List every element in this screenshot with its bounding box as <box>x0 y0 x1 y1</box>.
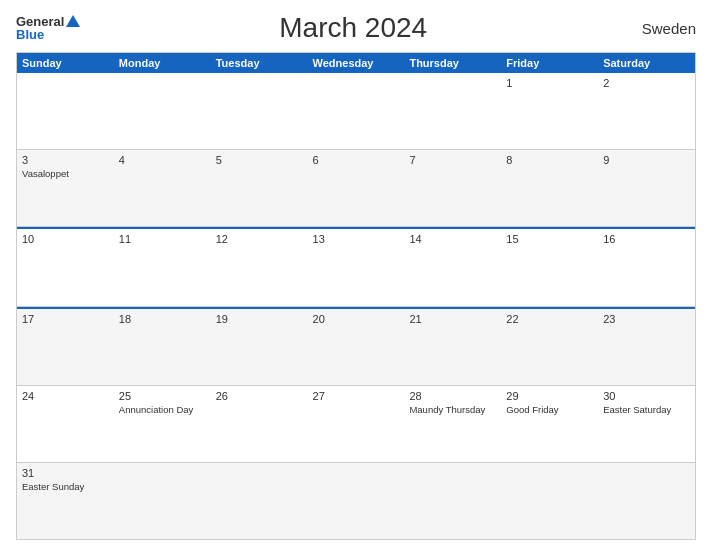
day-number: 16 <box>603 233 690 245</box>
calendar-cell <box>114 463 211 539</box>
calendar-cell: 24 <box>17 386 114 462</box>
header: General Blue March 2024 Sweden <box>16 12 696 44</box>
calendar: SundayMondayTuesdayWednesdayThursdayFrid… <box>16 52 696 540</box>
day-event: Maundy Thursday <box>409 404 496 416</box>
calendar-cell: 21 <box>404 309 501 385</box>
calendar-cell: 20 <box>308 309 405 385</box>
day-number: 23 <box>603 313 690 325</box>
calendar-cell <box>404 73 501 149</box>
calendar-cell: 7 <box>404 150 501 226</box>
calendar-header-cell: Wednesday <box>308 53 405 73</box>
calendar-cell <box>308 73 405 149</box>
calendar-cell: 27 <box>308 386 405 462</box>
day-event: Easter Sunday <box>22 481 109 493</box>
calendar-header-cell: Monday <box>114 53 211 73</box>
calendar-week: 10111213141516 <box>17 227 695 306</box>
calendar-cell: 12 <box>211 229 308 305</box>
day-number: 21 <box>409 313 496 325</box>
calendar-cell: 30Easter Saturday <box>598 386 695 462</box>
calendar-cell <box>114 73 211 149</box>
day-number: 24 <box>22 390 109 402</box>
day-number: 17 <box>22 313 109 325</box>
day-number: 19 <box>216 313 303 325</box>
day-event: Annunciation Day <box>119 404 206 416</box>
day-number: 31 <box>22 467 109 479</box>
day-number: 30 <box>603 390 690 402</box>
calendar-header-cell: Tuesday <box>211 53 308 73</box>
day-number: 5 <box>216 154 303 166</box>
day-number: 18 <box>119 313 206 325</box>
calendar-cell: 15 <box>501 229 598 305</box>
calendar-week: 2425Annunciation Day262728Maundy Thursda… <box>17 386 695 463</box>
calendar-cell: 19 <box>211 309 308 385</box>
country-label: Sweden <box>626 20 696 37</box>
day-event: Good Friday <box>506 404 593 416</box>
calendar-cell: 16 <box>598 229 695 305</box>
calendar-cell: 8 <box>501 150 598 226</box>
calendar-cell <box>17 73 114 149</box>
calendar-cell: 3Vasaloppet <box>17 150 114 226</box>
day-number: 1 <box>506 77 593 89</box>
calendar-cell: 22 <box>501 309 598 385</box>
logo: General Blue <box>16 15 80 41</box>
day-number: 25 <box>119 390 206 402</box>
calendar-week: 17181920212223 <box>17 307 695 386</box>
day-number: 15 <box>506 233 593 245</box>
calendar-header-cell: Sunday <box>17 53 114 73</box>
day-number: 4 <box>119 154 206 166</box>
day-number: 20 <box>313 313 400 325</box>
calendar-cell: 11 <box>114 229 211 305</box>
logo-blue-text: Blue <box>16 28 44 41</box>
calendar-week: 3Vasaloppet456789 <box>17 150 695 227</box>
day-number: 6 <box>313 154 400 166</box>
calendar-cell <box>211 463 308 539</box>
calendar-cell: 4 <box>114 150 211 226</box>
calendar-cell: 17 <box>17 309 114 385</box>
calendar-cell: 25Annunciation Day <box>114 386 211 462</box>
day-number: 8 <box>506 154 593 166</box>
day-number: 28 <box>409 390 496 402</box>
logo-triangle-icon <box>66 15 80 27</box>
calendar-week: 31Easter Sunday <box>17 463 695 539</box>
page-title: March 2024 <box>80 12 626 44</box>
calendar-cell: 28Maundy Thursday <box>404 386 501 462</box>
calendar-body: 123Vasaloppet456789101112131415161718192… <box>17 73 695 539</box>
day-number: 12 <box>216 233 303 245</box>
calendar-cell: 14 <box>404 229 501 305</box>
day-number: 3 <box>22 154 109 166</box>
calendar-cell: 2 <box>598 73 695 149</box>
calendar-cell <box>211 73 308 149</box>
calendar-cell: 10 <box>17 229 114 305</box>
day-event: Easter Saturday <box>603 404 690 416</box>
calendar-header-row: SundayMondayTuesdayWednesdayThursdayFrid… <box>17 53 695 73</box>
day-number: 26 <box>216 390 303 402</box>
day-number: 11 <box>119 233 206 245</box>
day-number: 29 <box>506 390 593 402</box>
calendar-cell: 26 <box>211 386 308 462</box>
calendar-cell: 1 <box>501 73 598 149</box>
day-event: Vasaloppet <box>22 168 109 180</box>
day-number: 13 <box>313 233 400 245</box>
calendar-cell: 5 <box>211 150 308 226</box>
calendar-header-cell: Saturday <box>598 53 695 73</box>
calendar-cell: 6 <box>308 150 405 226</box>
page: General Blue March 2024 Sweden SundayMon… <box>0 0 712 550</box>
calendar-cell: 31Easter Sunday <box>17 463 114 539</box>
calendar-header-cell: Thursday <box>404 53 501 73</box>
day-number: 22 <box>506 313 593 325</box>
calendar-cell: 18 <box>114 309 211 385</box>
calendar-cell: 9 <box>598 150 695 226</box>
day-number: 10 <box>22 233 109 245</box>
calendar-cell: 29Good Friday <box>501 386 598 462</box>
calendar-cell <box>598 463 695 539</box>
day-number: 9 <box>603 154 690 166</box>
calendar-cell <box>501 463 598 539</box>
calendar-week: 12 <box>17 73 695 150</box>
day-number: 7 <box>409 154 496 166</box>
calendar-cell <box>308 463 405 539</box>
calendar-header-cell: Friday <box>501 53 598 73</box>
day-number: 27 <box>313 390 400 402</box>
calendar-cell: 13 <box>308 229 405 305</box>
day-number: 14 <box>409 233 496 245</box>
calendar-cell: 23 <box>598 309 695 385</box>
